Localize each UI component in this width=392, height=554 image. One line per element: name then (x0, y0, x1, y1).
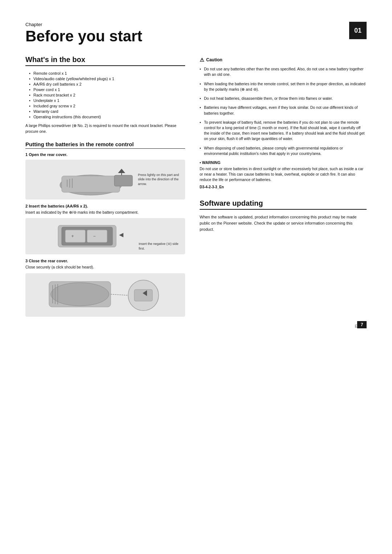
step-3-title: 3 Close the rear cover. (25, 259, 185, 263)
step-1-title: 1 Open the rear cover. (25, 152, 185, 157)
list-item: Warranty card (29, 108, 185, 114)
step-1-diagram: Press lightly on this part and slide int… (25, 160, 185, 200)
svg-line-23 (111, 294, 128, 295)
step-2-text: Insert as indicated by the ⊕/⊖ marks int… (25, 210, 185, 216)
svg-rect-21 (134, 290, 152, 301)
list-item: Included gray screw x 2 (29, 103, 185, 108)
list-item: Operating instructions (this document) (29, 114, 185, 119)
warning-text: Do not use or store batteries in direct … (200, 166, 367, 183)
svg-marker-3 (118, 169, 125, 173)
svg-text:−: − (93, 234, 95, 239)
software-text: When the software is updated, product in… (200, 214, 367, 233)
step-3-text: Close securely (a click should be heard)… (25, 264, 185, 270)
svg-rect-2 (114, 175, 132, 186)
list-item: Do not heat batteries, disassemble them,… (200, 95, 367, 102)
page-number-area: 7 (357, 321, 367, 328)
doc-code: D3-4-2-3-3_En (200, 185, 367, 189)
svg-marker-14 (119, 233, 123, 237)
step-2-diagram: + − Insert the negative (⊖) side first. (25, 218, 185, 254)
list-item: When disposing of used batteries, please… (200, 145, 367, 157)
chapter-label: Chapter (25, 22, 367, 27)
warning-section: • WARNING Do not use or store batteries … (200, 160, 367, 189)
list-item: Video/audio cable (yellow/white/red plug… (29, 76, 185, 81)
page-number-box: 7 (357, 321, 367, 328)
left-column: What's in the box Remote control x 1 Vid… (25, 56, 185, 321)
caution-header: ⚠ Caution (200, 57, 367, 63)
list-item: When loading the batteries into the remo… (200, 81, 367, 93)
list-item: Remote control x 1 (29, 70, 185, 76)
svg-rect-1 (62, 176, 120, 192)
svg-text:+: + (71, 234, 74, 239)
step-3-diagram (25, 273, 185, 317)
step-2-caption: Insert the negative (⊖) side first. (139, 242, 182, 251)
batteries-section-title: Putting the batteries in the remote cont… (25, 141, 185, 149)
list-item: Underplate x 1 (29, 98, 185, 103)
list-item: Batteries may have different voltages, e… (200, 104, 367, 117)
whats-in-box-title: What's in the box (25, 56, 185, 66)
box-items-list: Remote control x 1 Video/audio cable (ye… (25, 70, 185, 119)
chapter-badge-number: 01 (354, 27, 362, 34)
caution-list: Do not use any batteries other than the … (200, 66, 367, 157)
list-item: AA/R6 dry cell batteries x 2 (29, 81, 185, 87)
list-item: Rack mount bracket x 2 (29, 92, 185, 98)
software-title: Software updating (200, 199, 367, 210)
svg-rect-11 (87, 230, 107, 242)
list-item: Power cord x 1 (29, 87, 185, 92)
list-item: To prevent leakage of battery fluid, rem… (200, 119, 367, 143)
warning-label: • WARNING (200, 160, 367, 165)
step-1: 1 Open the rear cover. (25, 152, 185, 200)
caution-label: Caution (206, 57, 222, 62)
svg-rect-10 (65, 230, 85, 242)
step-1-caption: Press lightly on this part and slide int… (138, 173, 181, 186)
page-title: Before you start (25, 28, 367, 45)
step-3: 3 Close the rear cover. Close securely (… (25, 259, 185, 317)
caution-icon: ⚠ (200, 57, 204, 63)
phillips-note: A large Phillips screwdriver (⊕ No. 2) i… (25, 123, 185, 135)
software-section: Software updating When the software is u… (200, 199, 367, 233)
step-2-title: 2 Insert the batteries (AA/R6 x 2). (25, 204, 185, 208)
caution-section: ⚠ Caution Do not use any batteries other… (200, 57, 367, 189)
svg-point-16 (51, 283, 109, 306)
list-item: Do not use any batteries other than the … (200, 66, 367, 78)
step-2: 2 Insert the batteries (AA/R6 x 2). Inse… (25, 204, 185, 255)
chapter-badge: 01 (349, 22, 367, 39)
right-column: ⚠ Caution Do not use any batteries other… (200, 56, 367, 321)
